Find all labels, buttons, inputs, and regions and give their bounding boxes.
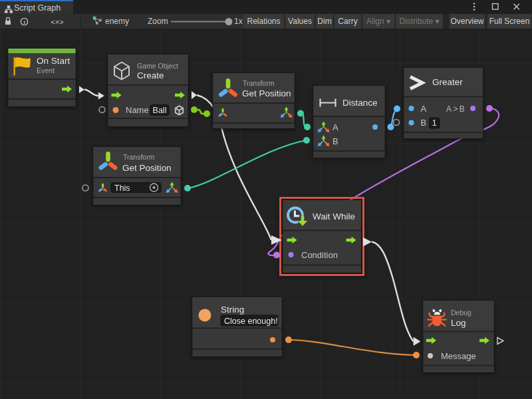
svg-text:A: A [332,122,338,132]
svg-text:A: A [421,104,427,114]
svg-text:Game Object: Game Object [137,62,178,70]
svg-text:Message: Message [441,351,476,361]
svg-text:Close enough!: Close enough! [224,317,278,326]
svg-text:1: 1 [432,118,437,128]
svg-text:Transform: Transform [243,79,275,87]
svg-text:Get Position: Get Position [242,88,291,98]
svg-text:B: B [421,118,427,128]
svg-text:B: B [332,136,338,146]
svg-text:Distance: Distance [342,98,378,108]
svg-text:Get Position: Get Position [122,163,172,173]
svg-text:Event: Event [37,66,55,74]
svg-text:Condition: Condition [301,250,338,260]
svg-text:Create: Create [137,70,164,80]
svg-text:Greater: Greater [432,77,463,87]
svg-text:Ball: Ball [153,106,167,115]
svg-text:Debug: Debug [451,309,471,317]
svg-text:Log: Log [451,318,466,328]
svg-text:String: String [221,305,244,315]
svg-text:Name: Name [126,105,149,115]
svg-text:This: This [114,184,130,193]
svg-text:A > B: A > B [446,104,465,114]
svg-text:Transform: Transform [123,153,155,161]
svg-text:On Start: On Start [37,56,70,66]
svg-text:Wait While: Wait While [313,211,355,221]
svg-text:i: i [23,19,25,25]
svg-text:<×>: <×> [51,18,63,26]
